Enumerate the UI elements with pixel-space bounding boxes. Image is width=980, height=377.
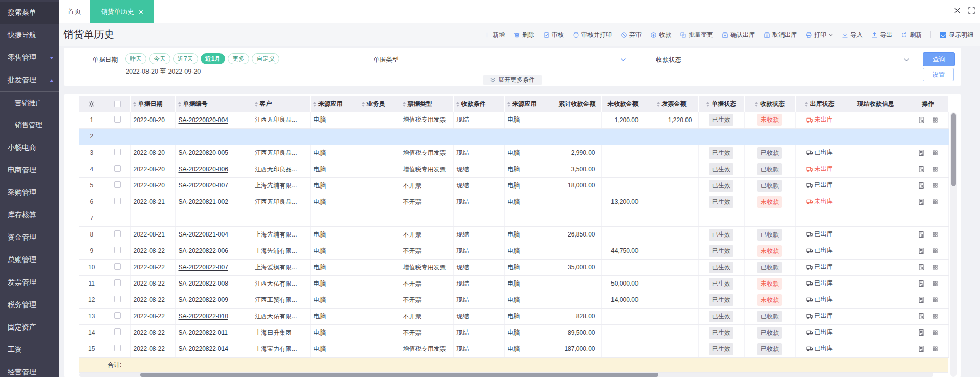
column-header-ship_status[interactable]: 出库状态: [795, 96, 844, 112]
doc-no-link[interactable]: SA-20220822-006: [179, 247, 228, 254]
column-header-invoice_type[interactable]: 票据类型: [400, 96, 453, 112]
sidebar-item-search-menu[interactable]: 搜索菜单: [0, 2, 59, 24]
row-more-actions-button[interactable]: [932, 166, 939, 173]
doc-type-select[interactable]: [405, 66, 629, 66]
sidebar-item-tax-mgmt[interactable]: 税务管理: [0, 294, 59, 316]
sidebar-item-xiaochang-ecom[interactable]: 小畅电商: [0, 136, 59, 159]
date-pill-last-7-days[interactable]: 近7天: [173, 53, 198, 64]
doc-no-link[interactable]: SA-20220820-007: [179, 182, 228, 189]
toolbar-unaudit-button[interactable]: 弃审: [621, 31, 642, 39]
row-more-actions-button[interactable]: [932, 116, 939, 124]
row-detail-button[interactable]: [918, 280, 925, 287]
sort-icon[interactable]: [805, 102, 808, 107]
row-checkbox[interactable]: [114, 198, 121, 204]
vertical-scrollbar[interactable]: [950, 112, 957, 377]
column-header-doc_status[interactable]: 单据状态: [698, 96, 744, 112]
doc-no-link[interactable]: SA-20220821-002: [179, 198, 228, 205]
select-all-checkbox[interactable]: [114, 101, 121, 107]
doc-no-link[interactable]: SA-20220822-010: [179, 313, 228, 320]
row-more-actions-button[interactable]: [932, 313, 939, 320]
sidebar-item-business-mgmt[interactable]: 经营管理: [0, 361, 59, 377]
sidebar-item-marketing-promo[interactable]: 营销推广: [0, 91, 59, 114]
column-header-date[interactable]: 单据日期: [130, 96, 175, 112]
sort-icon[interactable]: [657, 102, 660, 107]
row-checkbox[interactable]: [114, 181, 121, 188]
toolbar-delete-button[interactable]: 删除: [513, 31, 534, 39]
row-detail-button[interactable]: [918, 345, 925, 352]
doc-no-link[interactable]: SA-20220820-006: [179, 166, 228, 173]
row-detail-button[interactable]: [918, 166, 925, 173]
column-header-source_app2[interactable]: 来源应用: [504, 96, 553, 112]
table-row[interactable]: 142022-08-22SA-20220822-011上海日升集团电脑不开票现结…: [79, 324, 948, 341]
toolbar-audit-button[interactable]: 审核: [543, 31, 564, 39]
sort-icon[interactable]: [178, 102, 181, 107]
column-header-salesperson[interactable]: 业务员: [359, 96, 400, 112]
row-detail-button[interactable]: [918, 247, 925, 254]
column-header-pay_status[interactable]: 收款状态: [744, 96, 795, 112]
row-detail-button[interactable]: [918, 231, 925, 238]
row-detail-button[interactable]: [918, 329, 925, 336]
sidebar-item-inventory-accounting[interactable]: 库存核算: [0, 204, 59, 226]
tab-home[interactable]: 首页: [59, 0, 90, 23]
table-row[interactable]: 7: [79, 210, 948, 226]
row-more-actions-button[interactable]: [932, 149, 939, 156]
date-pill-today[interactable]: 今天: [149, 53, 170, 64]
row-checkbox[interactable]: [114, 296, 121, 302]
sidebar-item-invoice-mgmt[interactable]: 发票管理: [0, 271, 59, 294]
toolbar-refresh-button[interactable]: 刷新: [901, 31, 922, 39]
table-row[interactable]: 42022-08-20SA-20220820-006江西无印良品...电脑增值税…: [79, 161, 948, 177]
column-header-pay_terms[interactable]: 收款条件: [453, 96, 504, 112]
sidebar-item-quick-nav[interactable]: 快捷导航: [0, 24, 59, 46]
date-pill-yesterday[interactable]: 昨天: [125, 53, 146, 64]
sort-icon[interactable]: [362, 102, 365, 107]
close-icon[interactable]: [954, 7, 961, 14]
sidebar-item-sales-mgmt[interactable]: 销售管理: [0, 114, 59, 136]
date-pill-more[interactable]: 更多: [228, 53, 249, 64]
row-more-actions-button[interactable]: [932, 247, 939, 254]
toolbar-import-button[interactable]: 导入: [842, 31, 863, 39]
row-detail-button[interactable]: [918, 264, 925, 271]
table-row[interactable]: 32022-08-20SA-20220820-005江西无印良品...电脑增值税…: [79, 145, 948, 161]
row-detail-button[interactable]: [918, 296, 925, 303]
doc-no-link[interactable]: SA-20220822-009: [179, 296, 228, 303]
toolbar-audit-print-button[interactable]: 审核并打印: [573, 31, 612, 39]
row-checkbox[interactable]: [114, 165, 121, 172]
table-row[interactable]: 12022-08-20SA-20220820-004江西无印良品...电脑增值税…: [79, 112, 948, 128]
doc-no-link[interactable]: SA-20220822-011: [179, 329, 228, 336]
fullscreen-icon[interactable]: [968, 7, 975, 14]
doc-no-link[interactable]: SA-20220821-004: [179, 231, 228, 238]
row-detail-button[interactable]: [918, 182, 925, 189]
tab-close-icon[interactable]: [139, 10, 143, 14]
column-header-customer[interactable]: 客户: [252, 96, 310, 112]
query-button[interactable]: 查询: [923, 52, 955, 66]
doc-no-link[interactable]: SA-20220822-014: [179, 345, 228, 352]
table-row[interactable]: 92022-08-22SA-20220822-006上海先浦有限...电脑不开票…: [79, 243, 948, 259]
row-more-actions-button[interactable]: [932, 182, 939, 189]
row-more-actions-button[interactable]: [932, 264, 939, 271]
sidebar-item-wholesale-mgmt[interactable]: 批发管理▲: [0, 69, 59, 91]
row-checkbox[interactable]: [114, 345, 121, 351]
date-pill-custom[interactable]: 自定义: [252, 53, 279, 64]
show-detail-checkbox[interactable]: [940, 32, 946, 38]
doc-no-link[interactable]: SA-20220822-008: [179, 280, 228, 287]
sidebar-item-general-ledger[interactable]: 总账管理: [0, 249, 59, 271]
toolbar-new-button[interactable]: 新增: [484, 31, 505, 39]
row-checkbox[interactable]: [114, 279, 121, 286]
expand-more-button[interactable]: 展开更多条件: [483, 75, 542, 85]
sidebar-item-ecom-mgmt[interactable]: 电商管理: [0, 159, 59, 181]
row-detail-button[interactable]: [918, 313, 925, 320]
table-row[interactable]: 152022-08-22SA-20220822-014上海宝力有限...电脑增值…: [79, 341, 948, 357]
table-row[interactable]: 62022-08-21SA-20220821-002江西无印良品...电脑不开票…: [79, 194, 948, 210]
pay-status-select[interactable]: [693, 66, 913, 66]
sort-icon[interactable]: [255, 102, 258, 107]
table-row[interactable]: 82022-08-21SA-20220821-004上海先浦有限...电脑不开票…: [79, 226, 948, 243]
toolbar-print-button[interactable]: 打印: [805, 31, 833, 39]
table-row[interactable]: 52022-08-20SA-20220820-007上海先浦有限...电脑不开票…: [79, 177, 948, 194]
row-more-actions-button[interactable]: [932, 198, 939, 205]
toolbar-batch-change-button[interactable]: 批量变更: [680, 31, 713, 39]
row-checkbox[interactable]: [114, 312, 121, 319]
horizontal-scrollbar-thumb[interactable]: [140, 373, 658, 377]
sidebar-item-purchase-mgmt[interactable]: 采购管理: [0, 181, 59, 204]
row-detail-button[interactable]: [918, 116, 925, 124]
sort-icon[interactable]: [403, 102, 406, 107]
